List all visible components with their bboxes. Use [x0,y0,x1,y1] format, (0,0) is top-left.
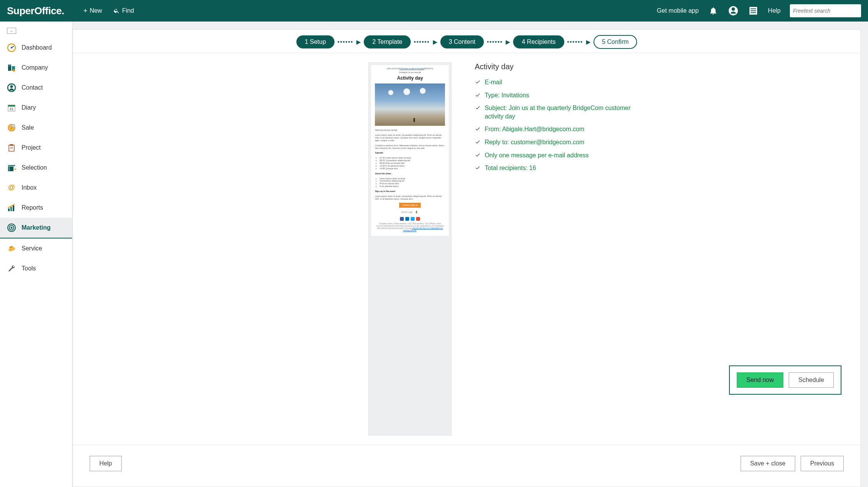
sidebar-item-label: Service [22,245,42,252]
chevron-right-icon: ▶ [356,39,361,45]
sidebar-item-label: Diary [22,104,36,111]
svg-rect-2 [751,8,756,9]
mailing-panel: 1 Setup ••••••▶ 2 Template ••••••▶ 3 Con… [72,29,861,487]
check-icon [475,126,481,132]
user-icon[interactable] [728,5,739,16]
svg-text:$: $ [13,125,14,127]
sidebar-item-label: Sale [22,124,34,131]
svg-rect-33 [10,207,12,211]
summary-line: Only one message per e-mail address [475,151,636,160]
schedule-button[interactable]: Schedule [789,372,834,388]
new-label: New [90,7,102,14]
send-now-button[interactable]: Send now [737,372,783,388]
sidebar-item-diary[interactable]: 21 Diary [0,98,72,118]
summary-line: Type: Invitations [475,91,636,100]
find-label: Find [122,7,134,14]
reports-icon [7,203,16,212]
sale-icon: $€ [7,123,16,132]
sidebar-item-label: Reports [22,204,43,211]
svg-text:@: @ [8,183,15,191]
svg-point-13 [10,85,13,88]
sidebar-item-marketing[interactable]: Marketing [0,218,72,238]
svg-rect-32 [8,208,10,211]
step-dots-icon: •••••• [413,39,430,45]
preview-intro: Invitation to our annual [375,71,445,74]
chevron-right-icon: ▶ [433,39,438,45]
check-icon [475,79,481,85]
step-recipients[interactable]: 4 Recipients [513,35,564,48]
main-content: 1 Setup ••••••▶ 2 Template ••••••▶ 3 Con… [72,22,868,487]
search-icon [114,8,120,14]
preview-logo: Insert Logo [375,210,445,215]
check-icon [475,139,481,145]
svg-point-29 [9,170,10,170]
sidebar-item-tools[interactable]: Tools [0,259,72,279]
help-link[interactable]: Help [768,7,781,14]
collapse-sidebar-icon[interactable]: ← [7,28,16,34]
previous-button[interactable]: Previous [801,456,844,471]
svg-rect-4 [751,12,756,13]
logo-dot: . [62,5,64,17]
new-button[interactable]: + New [84,7,102,15]
sidebar-item-project[interactable]: Project [0,138,72,158]
sidebar-item-selection[interactable]: 1▸ Selection [0,158,72,178]
svg-rect-34 [13,205,14,211]
sidebar-item-label: Inbox [22,184,37,191]
email-preview-wrap: [[#ifmailClient]]Click here to view in b… [88,62,452,435]
check-icon [475,105,481,110]
preview-cta: I want to sign up [399,203,421,208]
service-icon [7,244,16,253]
confirm-content: [[#ifmailClient]]Click here to view in b… [73,53,861,445]
svg-text:1▸: 1▸ [14,167,16,171]
sidebar-item-sale[interactable]: $€ Sale [0,118,72,138]
svg-text:21: 21 [10,107,13,111]
find-button[interactable]: Find [114,7,134,14]
inbox-icon: @ [7,183,16,192]
step-dots-icon: •••••• [337,39,354,45]
sidebar-item-company[interactable]: Company [0,58,72,78]
svg-point-37 [11,227,13,229]
freetext-search[interactable] [790,4,861,17]
svg-rect-21 [9,145,14,151]
step-template[interactable]: 2 Template [364,35,411,48]
help-button[interactable]: Help [90,456,122,471]
svg-rect-9 [9,65,10,66]
check-icon [475,92,481,98]
step-setup[interactable]: 1 Setup [296,35,334,48]
project-icon [7,143,16,152]
save-close-button[interactable]: Save + close [741,456,795,471]
sidebar-item-label: Marketing [22,224,51,231]
sidebar-item-service[interactable]: Service [0,238,72,259]
svg-rect-3 [751,10,756,11]
summary-line: Reply to: customer@bridgecom.com [475,138,636,147]
app-logo[interactable]: SuperOffice. [7,5,64,17]
get-mobile-link[interactable]: Get mobile app [657,7,699,14]
step-dots-icon: •••••• [567,39,584,45]
sidebar-item-label: Tools [22,265,36,272]
contact-icon [7,83,16,92]
menu-icon[interactable] [748,5,759,16]
summary-line: E-mail [475,78,636,87]
step-content[interactable]: 3 Content [440,35,484,48]
svg-point-11 [13,69,15,72]
sidebar: ← Dashboard Company Contact 21 Diary $€ … [0,22,72,487]
sidebar-item-reports[interactable]: Reports [0,198,72,218]
svg-point-28 [9,168,10,169]
wizard-steps: 1 Setup ••••••▶ 2 Template ••••••▶ 3 Con… [73,30,861,53]
sidebar-item-dashboard[interactable]: Dashboard [0,38,72,58]
summary-title: Activity day [475,62,636,71]
sidebar-item-inbox[interactable]: @ Inbox [0,178,72,198]
selection-icon: 1▸ [7,163,16,172]
tools-icon [7,264,16,273]
step-confirm[interactable]: 5 Confirm [594,35,637,49]
bell-icon[interactable] [708,5,719,16]
summary-line: From: Abigale.Hart@bridgecom.com [475,125,636,133]
dashboard-icon [7,43,16,52]
check-icon [475,152,481,158]
plus-icon: + [84,7,88,15]
mailing-summary: Activity day E-mail Type: Invitations Su… [475,62,636,435]
search-input[interactable] [793,8,861,14]
sidebar-item-label: Dashboard [22,44,52,51]
sidebar-item-contact[interactable]: Contact [0,78,72,98]
svg-rect-7 [8,65,11,71]
